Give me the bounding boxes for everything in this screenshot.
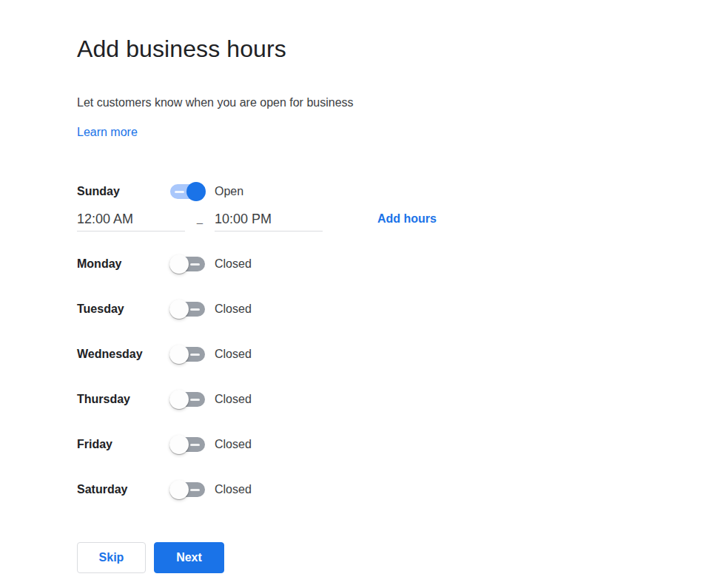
day-label-sunday: Sunday: [77, 185, 170, 198]
status-label-monday: Closed: [215, 257, 252, 271]
day-row-saturday: Saturday Closed: [77, 480, 703, 499]
status-label-wednesday: Closed: [215, 348, 252, 361]
page-title: Add business hours: [77, 36, 703, 62]
toggle-thumb: [169, 435, 189, 454]
toggle-saturday[interactable]: [170, 480, 205, 499]
status-label-tuesday: Closed: [215, 303, 252, 316]
toggle-thumb: [169, 254, 189, 274]
status-label-friday: Closed: [215, 438, 252, 451]
add-business-hours-page: Add business hours Let customers know wh…: [0, 0, 703, 588]
toggle-dash: [190, 308, 200, 311]
day-row-friday: Friday Closed: [77, 435, 703, 454]
toggle-thumb: [169, 390, 189, 409]
page-subtitle: Let customers know when you are open for…: [77, 95, 703, 109]
toggle-dash: [190, 354, 200, 356]
sunday-hours-row: – Add hours: [77, 211, 703, 232]
toggle-dash: [190, 399, 200, 401]
day-label-wednesday: Wednesday: [77, 348, 170, 361]
learn-more-link[interactable]: Learn more: [77, 125, 138, 139]
time-range-separator: –: [185, 211, 215, 229]
open-time-input[interactable]: [77, 211, 185, 232]
toggle-monday[interactable]: [170, 254, 205, 274]
toggle-dash: [175, 191, 184, 193]
toggle-thursday[interactable]: [170, 390, 205, 409]
toggle-thumb: [169, 345, 189, 364]
toggle-tuesday[interactable]: [170, 300, 205, 319]
next-button[interactable]: Next: [154, 542, 224, 573]
toggle-thumb: [169, 480, 189, 499]
day-row-tuesday: Tuesday Closed: [77, 300, 703, 319]
toggle-friday[interactable]: [170, 435, 205, 454]
status-label-saturday: Closed: [215, 483, 252, 496]
toggle-sunday[interactable]: [170, 182, 205, 201]
day-row-wednesday: Wednesday Closed: [77, 345, 703, 364]
day-row-monday: Monday Closed: [77, 254, 703, 274]
close-time-input[interactable]: [215, 211, 323, 232]
main-content: Add business hours Let customers know wh…: [0, 0, 703, 573]
day-label-friday: Friday: [77, 438, 170, 451]
day-label-monday: Monday: [77, 257, 170, 271]
toggle-dash: [190, 263, 200, 266]
toggle-dash: [190, 444, 200, 446]
skip-button[interactable]: Skip: [77, 542, 146, 573]
day-row-thursday: Thursday Closed: [77, 390, 703, 409]
day-label-thursday: Thursday: [77, 393, 170, 406]
toggle-thumb: [186, 182, 206, 201]
status-label-thursday: Closed: [215, 393, 252, 406]
day-label-tuesday: Tuesday: [77, 303, 170, 316]
toggle-thumb: [169, 300, 189, 319]
toggle-wednesday[interactable]: [170, 345, 205, 364]
day-row-sunday: Sunday Open: [77, 182, 703, 201]
day-label-saturday: Saturday: [77, 483, 170, 496]
toggle-dash: [190, 489, 200, 491]
footer-actions: Skip Next: [77, 542, 703, 573]
add-hours-link[interactable]: Add hours: [377, 211, 437, 226]
status-label-sunday: Open: [215, 185, 243, 198]
